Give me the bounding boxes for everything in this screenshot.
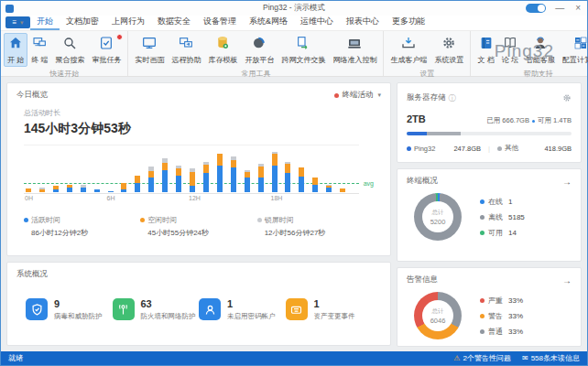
activity-chart: avg 0H6H12H18H — [24, 145, 374, 205]
total-activity-metric: 总活动时长 145小时3分钟53秒 — [24, 108, 381, 137]
storage-legend: Ping32247.8GB|其他418.9GB — [407, 144, 572, 153]
status-bar: 就绪 ⚠2个警告性问题 ✉558条未读信息 — [1, 351, 587, 365]
file-menu-button[interactable]: ≡▾ — [5, 16, 30, 28]
menu-tab-4[interactable]: 设备管理 — [197, 14, 243, 30]
storage-settings-button[interactable] — [562, 90, 572, 106]
metric-label: 总活动时长 — [24, 108, 381, 118]
system-stat-0[interactable]: 9病毒和威胁防护 — [26, 298, 113, 321]
activity-bar-hour-10 — [162, 158, 168, 192]
system-stat-1[interactable]: 63防火墙和网络防护 — [113, 298, 200, 321]
notification-badge — [116, 34, 123, 40]
donut-legend-item-0: 严重33% — [480, 296, 572, 306]
ribbon-button-label: 文 档 — [477, 55, 494, 65]
storage-legend-value: 418.9GB — [544, 145, 572, 153]
activity-bar-hour-1 — [39, 188, 45, 192]
alarm-details-link[interactable]: → — [562, 275, 572, 285]
ribbon-group-1: 实时画面远程协助库存模板开放平台跨网文件交换网络准入控制常用工具 — [128, 31, 384, 76]
tasks-icon — [99, 36, 114, 54]
activity-bar-hour-6 — [108, 191, 114, 192]
endpoint-details-link[interactable]: → — [562, 177, 572, 187]
ribbon-button-nac[interactable]: 网络准入控制 — [329, 33, 380, 67]
minimize-button[interactable]: — — [553, 4, 566, 13]
endpoint-total-value: 5200 — [430, 218, 446, 226]
ribbon-button-gear[interactable]: 系统设置 — [430, 33, 467, 67]
alarm-total-value: 6046 — [430, 317, 446, 325]
bar-segment-空闲时间 — [272, 154, 278, 166]
activity-bar-hour-16 — [245, 170, 250, 192]
ribbon-button-search[interactable]: 聚合搜索 — [51, 33, 88, 67]
bar-segment-活跃时间 — [285, 173, 290, 192]
system-stat-text: 9病毒和威胁防护 — [54, 298, 103, 321]
ribbon-button-screen[interactable]: 实时画面 — [131, 33, 168, 67]
ribbon-button-label: 实时画面 — [135, 55, 164, 65]
system-stat-3[interactable]: 1资产变更事件 — [286, 298, 373, 321]
storage-legend-label: Ping32 — [414, 145, 435, 153]
activity-bar-hour-8 — [135, 176, 140, 192]
activity-filter-dropdown[interactable]: 终端活动 ▾ — [334, 90, 381, 101]
system-overview-card: 系统概况 9病毒和威胁防护63防火墙和网络防护1未启用密码帐户1资产变更事件 — [6, 262, 391, 346]
legend-dot-icon — [480, 314, 485, 318]
legend-divider: | — [488, 145, 490, 153]
ribbon-button-remote[interactable]: 远程协助 — [168, 33, 204, 67]
endpoint-legend: 在线1离线5185可用14 — [462, 197, 572, 238]
ribbon-button-client[interactable]: 生成客户端 — [387, 33, 430, 67]
ribbon-group-buttons: 实时画面远程协助库存模板开放平台跨网文件交换网络准入控制 — [131, 33, 380, 67]
messages-status-item[interactable]: ✉558条未读信息 — [522, 353, 580, 363]
menu-tab-2[interactable]: 上网行为 — [105, 14, 151, 30]
menu-tab-6[interactable]: 运维中心 — [294, 14, 340, 30]
ribbon-button-calc[interactable]: 配置计算器 — [559, 33, 588, 67]
ribbon-button-exchange[interactable]: 跨网文件交换 — [278, 33, 329, 67]
ribbon-button-database[interactable]: 库存模板 — [204, 33, 241, 67]
status-bar-right: ⚠2个警告性问题 ✉558条未读信息 — [453, 353, 580, 363]
menu-tab-0[interactable]: 开始 — [30, 14, 60, 30]
ribbon-button-label: 终 端 — [31, 55, 48, 65]
warning-icon: ⚠ — [453, 354, 460, 362]
monitors-icon — [32, 36, 47, 54]
ribbon-button-tasks[interactable]: 审批任务 — [88, 33, 125, 67]
filter-label: 终端活动 — [342, 90, 373, 101]
menu-tab-8[interactable]: 更多功能 — [386, 14, 431, 30]
bar-segment-活跃时间 — [190, 186, 195, 192]
stat-value: 9 — [54, 298, 103, 309]
menu-tab-3[interactable]: 数据安全 — [151, 14, 197, 30]
ribbon-button-label: 网络准入控制 — [332, 55, 376, 65]
bar-segment-活跃时间 — [67, 188, 72, 192]
demo-mode-toggle[interactable] — [526, 4, 546, 13]
ribbon-button-home[interactable]: 开 始 — [4, 33, 27, 67]
legend-dot-icon — [407, 146, 411, 151]
donut-legend-value: 14 — [508, 229, 517, 237]
warning-status-item[interactable]: ⚠2个警告性问题 — [453, 353, 511, 363]
ribbon-button-monitors[interactable]: 终 端 — [27, 33, 51, 67]
chart-legend-label: 活跃时间 — [24, 215, 140, 225]
chart-legend-label: 锁屏时间 — [257, 215, 374, 225]
activity-bar-hour-18 — [272, 152, 278, 192]
alarm-info-header: 告警信息 → — [407, 274, 572, 285]
alarm-donut-center: 总计 6046 — [422, 300, 453, 331]
today-overview-header: 今日概览 终端活动 ▾ — [16, 90, 381, 101]
x-axis-tick: 6H — [107, 195, 115, 201]
chart-legend-item-1: 空闲时间45小时55分钟24秒 — [140, 215, 256, 238]
close-button[interactable]: × — [573, 4, 583, 13]
user-icon — [199, 298, 221, 320]
bar-segment-空闲时间 — [190, 172, 195, 186]
x-axis-tick: 12H — [189, 195, 201, 201]
ribbon-toolbar: 开 始终 端聚合搜索审批任务快速开始实时画面远程协助库存模板开放平台跨网文件交换… — [1, 31, 587, 77]
activity-chart-plot: avg 0H6H12H18H — [24, 145, 359, 194]
bar-segment-活跃时间 — [203, 173, 209, 192]
activity-chart-legend: 活跃时间86小时12分钟2秒空闲时间45小时55分钟24秒锁屏时间12小时56分… — [24, 215, 374, 238]
menu-tab-5[interactable]: 系统&网络 — [243, 14, 294, 30]
ribbon-group-label: 帮助支持 — [474, 67, 588, 81]
menu-tab-1[interactable]: 文档加密 — [60, 14, 105, 30]
bar-segment-活跃时间 — [258, 178, 264, 192]
gear-icon — [441, 36, 456, 54]
menu-tab-7[interactable]: 报表中心 — [340, 14, 386, 30]
bar-segment-活跃时间 — [135, 183, 140, 192]
shield-icon — [26, 298, 48, 320]
gear-icon — [562, 93, 572, 102]
ribbon-button-platform[interactable]: 开放平台 — [241, 33, 278, 67]
chart-legend-item-2: 锁屏时间12小时56分钟27秒 — [257, 215, 374, 238]
bar-segment-活跃时间 — [94, 189, 100, 192]
endpoint-overview-title: 终端概况 — [407, 176, 438, 187]
donut-legend-label: 可用 — [488, 228, 503, 238]
system-stat-2[interactable]: 1未启用密码帐户 — [199, 298, 286, 321]
